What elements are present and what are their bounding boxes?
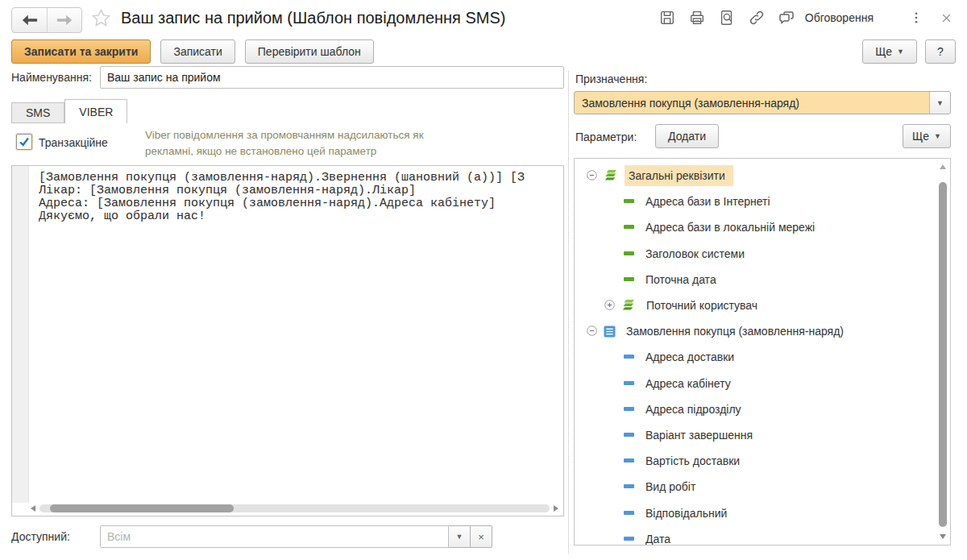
close-icon[interactable] <box>936 8 956 27</box>
tree-item-label: Поточна дата <box>641 269 724 290</box>
vertical-scrollbar[interactable] <box>936 160 949 544</box>
more-button[interactable]: Ще▼ <box>862 39 917 64</box>
purpose-dropdown-button[interactable]: ▼ <box>929 92 950 114</box>
chevron-down-icon: ▼ <box>934 132 941 140</box>
forward-button[interactable] <box>47 8 81 32</box>
checkmark-icon <box>18 135 31 148</box>
document-group-icon <box>604 326 616 338</box>
parameters-more-button[interactable]: Ще▼ <box>903 124 951 148</box>
message-editor: [Замовлення покупця (замовлення-наряд).З… <box>11 165 564 516</box>
page-title: Ваш запис на прийом (Шаблон повідомлення… <box>121 9 506 27</box>
attribute-icon <box>624 484 635 489</box>
tree-item[interactable]: Загальні реквізити <box>575 163 936 189</box>
transactional-label: Транзакційне <box>39 136 108 149</box>
tree-item[interactable]: Відповідальний <box>575 500 936 526</box>
tree-item-label: Варіант завершення <box>641 425 761 446</box>
back-button[interactable] <box>12 8 47 32</box>
scroll-up-icon[interactable] <box>936 161 949 172</box>
favorite-star-icon[interactable] <box>90 7 112 32</box>
scroll-right-icon[interactable] <box>553 504 559 512</box>
panel-splitter[interactable] <box>568 71 569 554</box>
expand-icon[interactable] <box>604 300 616 311</box>
tab-sms[interactable]: SMS <box>11 102 64 123</box>
tree-item[interactable]: Поточна дата <box>575 267 936 292</box>
tree-item-icon <box>624 407 635 412</box>
tree-item[interactable]: Дата <box>575 526 936 545</box>
purpose-label: Призначення: <box>575 73 647 85</box>
toolbar: Записати та закрити Записати Перевірити … <box>11 39 956 64</box>
purpose-value: Замовлення покупця (замовлення-наряд) <box>575 92 929 114</box>
parameters-tree: Загальні реквізитиАдреса бази в Інтернет… <box>574 158 951 545</box>
tree-item[interactable]: Поточний користувач <box>575 292 936 318</box>
horizontal-scrollbar[interactable] <box>30 504 559 513</box>
tree-item-label: Адреса кабінету <box>641 373 739 394</box>
tree-item-label: Вид робіт <box>641 476 703 497</box>
tree-item[interactable]: Адреса кабінету <box>575 371 936 396</box>
save-and-close-button[interactable]: Записати та закрити <box>11 39 151 64</box>
scroll-down-icon[interactable] <box>936 531 949 542</box>
save-icon[interactable] <box>658 8 677 27</box>
clear-x-icon: × <box>478 531 484 543</box>
kebab-menu-icon[interactable] <box>907 8 926 27</box>
tree-item-icon <box>624 225 635 230</box>
purpose-combobox[interactable]: Замовлення покупця (замовлення-наряд) ▼ <box>574 91 951 114</box>
tree-item[interactable]: Адреса підрозділу <box>575 396 936 422</box>
attribute-icon <box>624 355 635 359</box>
tree-item-icon <box>624 484 635 489</box>
tree-item-icon <box>624 251 635 256</box>
check-template-button[interactable]: Перевірити шаблон <box>245 39 374 64</box>
help-button[interactable]: ? <box>925 39 956 64</box>
name-label: Найменування: <box>11 71 92 84</box>
attribute-icon <box>624 277 635 282</box>
save-button[interactable]: Записати <box>160 39 234 64</box>
tree-item-icon <box>624 537 635 541</box>
preview-icon[interactable] <box>717 8 737 27</box>
scrollbar-track[interactable] <box>39 504 550 512</box>
tree-item-label: Адреса доставки <box>641 346 742 367</box>
print-icon[interactable] <box>687 8 707 27</box>
attribute-icon <box>624 251 635 256</box>
tree-item-icon <box>604 170 618 181</box>
viber-hint-line2: рекламні, якщо не встановлено цей параме… <box>145 143 424 160</box>
editor-gutter <box>12 166 29 503</box>
discussion-label[interactable]: Обговорення <box>805 11 874 24</box>
tree-item[interactable]: Варіант завершення <box>575 422 936 448</box>
tree-item-label: Відповідальний <box>641 503 735 524</box>
scrollbar-thumb[interactable] <box>939 182 947 527</box>
link-icon[interactable] <box>747 8 766 27</box>
tree-item[interactable]: Адреса бази в локальній мережі <box>575 214 936 240</box>
tab-viber[interactable]: VIBER <box>64 99 127 123</box>
tree-item-icon <box>624 355 635 359</box>
tree-item[interactable]: Адреса бази в Інтернеті <box>575 189 936 214</box>
collapse-icon[interactable] <box>587 170 598 181</box>
attribute-icon <box>624 511 635 516</box>
tree-item[interactable]: Заголовок системи <box>575 241 936 267</box>
available-input[interactable] <box>100 525 449 548</box>
tree-item[interactable]: Вартість доставки <box>575 448 936 474</box>
tree-item[interactable]: Вид робіт <box>575 474 936 500</box>
tree-item-label: Поточний користувач <box>642 295 766 316</box>
tree-item-icon <box>624 511 635 516</box>
tree-item-icon <box>624 381 635 386</box>
tree-item-label: Замовлення покупця (замовлення-наряд) <box>622 321 852 342</box>
discussion-icon[interactable] <box>777 8 796 27</box>
transactional-checkbox[interactable] <box>16 134 32 150</box>
available-dropdown-button[interactable]: ▼ <box>449 525 471 548</box>
tree-item-label: Загальні реквізити <box>625 165 733 186</box>
attribute-icon <box>624 407 635 412</box>
available-clear-button[interactable]: × <box>471 525 492 548</box>
tree-item-label: Дата <box>641 529 679 545</box>
scroll-left-icon[interactable] <box>30 504 36 512</box>
tree-item[interactable]: Замовлення покупця (замовлення-наряд) <box>575 318 936 344</box>
name-input[interactable] <box>100 66 564 89</box>
parameters-more-label: Ще <box>912 130 929 143</box>
scrollbar-thumb[interactable] <box>50 504 234 512</box>
tree-item-icon <box>624 458 635 463</box>
add-parameter-button[interactable]: Додати <box>655 124 719 148</box>
tree-item-label: Заголовок системи <box>641 243 753 264</box>
tree-item-label: Вартість доставки <box>641 450 748 471</box>
tree-item-icon <box>604 326 616 338</box>
tree-item[interactable]: Адреса доставки <box>575 344 936 370</box>
collapse-icon[interactable] <box>587 326 598 337</box>
message-text[interactable]: [Замовлення покупця (замовлення-наряд).З… <box>39 172 562 501</box>
